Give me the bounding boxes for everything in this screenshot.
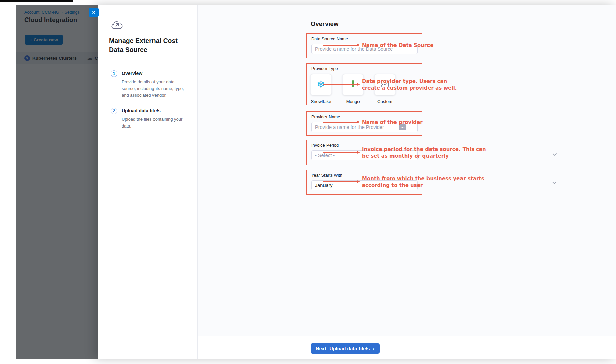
annotation-text-invoice-period: Invoice period for the data source. This… <box>362 146 486 159</box>
wizard-side-panel: Manage External Cost Data Source 1 Overv… <box>98 5 198 359</box>
provider-option-label: Mongo <box>346 99 360 104</box>
step-1-indicator: 1 <box>111 70 117 77</box>
step-1-title: Overview <box>122 71 142 76</box>
next-button-label: Next: Upload data file/s <box>316 346 370 351</box>
screen: Account: CCM-NG › Settings Cloud Integra… <box>0 0 616 364</box>
year-starts-with-value: January <box>315 183 333 188</box>
step-2-title: Upload data file/s <box>122 108 161 113</box>
annotation-text-year-starts: Month from which the business year start… <box>362 175 484 189</box>
overview-form-area: Overview Data Source Name Provider Type … <box>198 5 616 359</box>
provider-option-label: Snowflake <box>311 99 331 104</box>
cloud-export-icon <box>111 20 123 32</box>
step-number: 1 <box>113 71 115 76</box>
close-drawer-button[interactable]: ✕ <box>89 8 99 17</box>
provider-option-label: Custom <box>377 99 392 104</box>
annotation-arrow <box>323 84 357 85</box>
browser-top-strip <box>0 0 73 2</box>
ellipsis-icon: ⋯ <box>400 125 405 129</box>
next-upload-data-button[interactable]: Next: Upload data file/s › <box>311 343 380 354</box>
annotation-arrow <box>323 152 357 153</box>
close-icon: ✕ <box>92 10 96 15</box>
provider-type-label: Provider Type <box>311 66 338 71</box>
year-starts-with-label: Year Starts With <box>311 173 342 178</box>
provider-name-label: Provider Name <box>311 114 340 119</box>
provider-option-mongo[interactable]: Mongo <box>342 74 364 104</box>
drawer-title: Manage External Cost Data Source <box>109 36 183 54</box>
annotation-text-provider-type: Data provider type. Users can create a c… <box>362 78 457 92</box>
step-number: 2 <box>113 109 115 113</box>
step-2-indicator: 2 <box>111 108 117 114</box>
form-heading: Overview <box>311 20 338 28</box>
step-1-description: Provide details of your data source, inc… <box>122 79 188 99</box>
invoice-period-label: Invoice Period <box>311 143 339 148</box>
invoice-period-value: - Select - <box>315 153 335 158</box>
drawer-footer: Next: Upload data file/s › <box>198 336 616 359</box>
manage-external-cost-drawer: Manage External Cost Data Source 1 Overv… <box>98 5 616 359</box>
step-2-description: Upload the files containing your data. <box>122 116 188 129</box>
annotation-arrow <box>323 122 357 123</box>
modal-dim-overlay <box>16 5 98 359</box>
chevron-right-icon: › <box>373 345 375 351</box>
annotation-text-data-source: Name of the Data Source <box>362 42 433 49</box>
annotation-text-provider-name: Name of the provider <box>362 119 423 126</box>
annotation-arrow <box>323 181 357 182</box>
provider-option-snowflake[interactable]: ❄ Snowflake <box>310 74 332 104</box>
background-app-panel: Account: CCM-NG › Settings Cloud Integra… <box>16 5 98 359</box>
chevron-down-icon[interactable] <box>552 180 557 186</box>
annotation-arrow <box>323 45 357 46</box>
chevron-down-icon[interactable] <box>552 151 557 157</box>
data-source-name-label: Data Source Name <box>311 36 348 41</box>
